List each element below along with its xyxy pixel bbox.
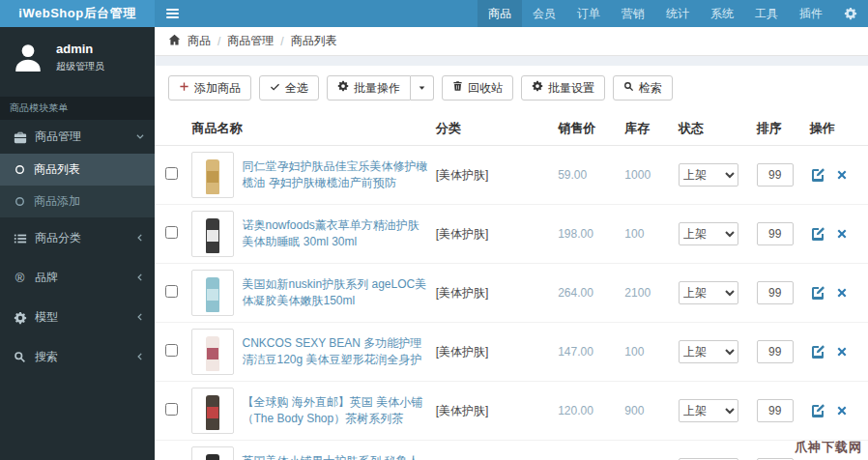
app-logo[interactable]: iWebShop后台管理	[0, 0, 155, 27]
delete-icon[interactable]	[835, 345, 849, 359]
sidebar-item-goods-manage[interactable]: 商品管理	[0, 120, 155, 154]
sidebar-item-label: 商品管理	[35, 129, 81, 145]
row-checkbox[interactable]	[165, 344, 178, 357]
status-select[interactable]: 上架	[679, 163, 738, 187]
nav-tab-marketing[interactable]: 营销	[611, 0, 655, 27]
delete-icon[interactable]	[835, 404, 849, 417]
sort-input[interactable]	[757, 222, 794, 245]
status-select[interactable]: 上架	[679, 399, 738, 422]
edit-icon[interactable]	[810, 167, 825, 183]
sidebar-item-label: 搜索	[35, 349, 58, 365]
chevron-left-icon	[135, 272, 145, 285]
product-name-link[interactable]: 【全球购 海外直邮】英国 美体小铺（The Body Shop）茶树系列茶	[242, 394, 427, 428]
sort-input[interactable]	[757, 340, 794, 363]
product-thumbnail[interactable]	[191, 388, 234, 434]
sidebar-item-goods-add[interactable]: 商品添加	[0, 186, 155, 217]
sidebar-item-model[interactable]: 模型	[0, 301, 155, 334]
product-name-link[interactable]: 诺奥nowfoods薰衣草单方精油护肤美体助睡眠 30ml 30ml	[242, 217, 427, 251]
registered-icon: ®	[13, 271, 27, 285]
edit-icon[interactable]	[810, 403, 825, 418]
add-goods-button[interactable]: 添加商品	[168, 75, 251, 101]
select-all-button[interactable]: 全选	[259, 75, 319, 101]
sidebar-item-label: 品牌	[35, 270, 58, 286]
nav-tab-plugins[interactable]: 插件	[789, 0, 833, 27]
avatar	[10, 39, 46, 75]
toolbar: 添加商品 全选 批量操作	[155, 66, 868, 112]
edit-icon[interactable]	[810, 344, 825, 359]
list-icon	[13, 232, 27, 245]
chevron-left-icon	[135, 351, 145, 364]
sidebar-item-goods-list[interactable]: 商品列表	[0, 154, 155, 186]
search-icon	[623, 80, 634, 96]
batch-operations-group: 批量操作	[327, 75, 434, 101]
breadcrumb-goods-manage[interactable]: 商品管理	[227, 33, 274, 49]
sort-input[interactable]	[757, 399, 794, 422]
product-price: 120.00	[558, 404, 593, 417]
edit-icon[interactable]	[810, 226, 825, 242]
edit-icon[interactable]	[810, 285, 825, 301]
batch-operations-caret-button[interactable]	[411, 75, 434, 101]
table-row: 【全球购 海外直邮】英国 美体小铺（The Body Shop）茶树系列茶 [美…	[155, 382, 868, 441]
sort-input[interactable]	[757, 163, 794, 187]
status-select[interactable]: 上架	[679, 281, 738, 304]
user-panel: admin 超级管理员	[0, 27, 155, 89]
column-header-status: 状态	[675, 112, 753, 146]
status-select[interactable]: 上架	[679, 340, 738, 363]
breadcrumb-goods[interactable]: 商品	[188, 33, 211, 49]
product-name-link[interactable]: 美国如新nuskin护肤系列 ageLOC美体凝胶美体嫩肤150ml	[242, 276, 427, 310]
column-header-ops: 操作	[806, 112, 868, 146]
sidebar-item-search[interactable]: 搜索	[0, 340, 155, 374]
nav-tab-goods[interactable]: 商品	[477, 0, 522, 27]
batch-settings-button[interactable]: 批量设置	[521, 75, 605, 101]
product-thumbnail[interactable]	[191, 211, 234, 257]
row-checkbox[interactable]	[165, 403, 178, 416]
row-checkbox[interactable]	[165, 285, 178, 298]
product-thumbnail[interactable]	[191, 152, 234, 198]
table-row: 英国美体小铺男士护肤系列 秘鲁人参玛卡男士洁面乳洗面奶 125ml [美体护肤]…	[155, 441, 868, 460]
gears-icon	[337, 80, 349, 96]
row-checkbox[interactable]	[165, 226, 178, 239]
batch-operations-button[interactable]: 批量操作	[327, 75, 411, 101]
sidebar-item-goods-category[interactable]: 商品分类	[0, 221, 155, 255]
nav-tab-stats[interactable]: 统计	[655, 0, 700, 27]
table-header-row: 商品名称 分类 销售价 库存 状态 排序 操作	[155, 112, 868, 146]
table-row: CNKCOS SEXY BEAN 多功能护理清洁豆120g 美体豆塑形花润全身护…	[155, 323, 868, 382]
sidebar-menu: 商品管理 商品列表 商品添加	[0, 120, 155, 374]
product-thumbnail[interactable]	[191, 270, 234, 316]
nav-tab-orders[interactable]: 订单	[566, 0, 611, 27]
nav-tab-tools[interactable]: 工具	[744, 0, 789, 27]
row-checkbox[interactable]	[165, 167, 178, 180]
nav-tab-members[interactable]: 会员	[522, 0, 566, 27]
sort-input[interactable]	[757, 281, 794, 304]
product-category: [美体护肤]	[436, 227, 489, 241]
user-role: 超级管理员	[56, 60, 104, 73]
delete-icon[interactable]	[835, 286, 849, 300]
delete-icon[interactable]	[835, 168, 849, 182]
gears-icon	[844, 7, 857, 20]
product-name-link[interactable]: 英国美体小铺男士护肤系列 秘鲁人参玛卡男士洁面乳洗面奶 125ml	[242, 453, 427, 460]
column-header-stock: 库存	[621, 112, 675, 146]
sidebar: admin 超级管理员 商品模块菜单 商品管理 商品列表	[0, 27, 155, 460]
chevron-down-icon	[135, 130, 145, 144]
nav-settings-button[interactable]	[833, 0, 868, 27]
product-name-link[interactable]: CNKCOS SEXY BEAN 多功能护理清洁豆120g 美体豆塑形花润全身护	[242, 335, 427, 369]
product-category: [美体护肤]	[436, 345, 489, 359]
nav-tab-system[interactable]: 系统	[700, 0, 744, 27]
delete-icon[interactable]	[835, 227, 849, 241]
product-category: [美体护肤]	[436, 286, 489, 300]
product-stock: 900	[624, 404, 644, 417]
goods-table: 商品名称 分类 销售价 库存 状态 排序 操作 同仁堂孕妇护肤品佳宝乐美体修护橄…	[155, 112, 868, 460]
product-stock: 100	[624, 345, 644, 359]
sidebar-toggle-button[interactable]	[155, 0, 189, 27]
product-thumbnail[interactable]	[191, 329, 234, 375]
circle-icon	[14, 164, 26, 175]
product-name-link[interactable]: 同仁堂孕妇护肤品佳宝乐美体修护橄榄油 孕妇护肤橄榄油产前预防	[242, 158, 427, 192]
product-thumbnail[interactable]	[191, 446, 234, 460]
circle-icon	[14, 196, 26, 207]
search-button[interactable]: 检索	[613, 75, 673, 101]
product-stock: 100	[624, 227, 644, 241]
sidebar-item-brand[interactable]: ® 品牌	[0, 261, 155, 295]
status-select[interactable]: 上架	[679, 222, 738, 245]
product-price: 59.00	[558, 168, 587, 182]
recycle-bin-button[interactable]: 回收站	[442, 75, 513, 101]
